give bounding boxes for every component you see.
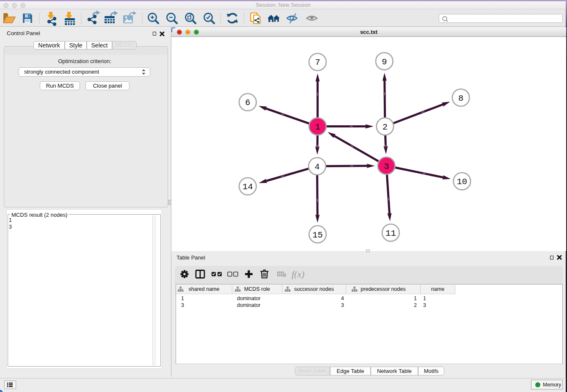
svg-text:3: 3	[384, 162, 389, 171]
svg-text:11: 11	[385, 229, 396, 238]
svg-text:15: 15	[312, 230, 323, 240]
svg-text:8: 8	[458, 94, 463, 103]
svg-text:14: 14	[242, 182, 253, 192]
svg-text:4: 4	[314, 162, 319, 172]
svg-text:10: 10	[457, 177, 467, 187]
svg-text:7: 7	[315, 58, 320, 67]
svg-text:6: 6	[245, 98, 250, 108]
svg-text:9: 9	[382, 57, 387, 67]
svg-text:2: 2	[383, 122, 388, 132]
svg-text:1: 1	[315, 122, 320, 132]
svg-text:f(x): f(x)	[292, 269, 305, 279]
